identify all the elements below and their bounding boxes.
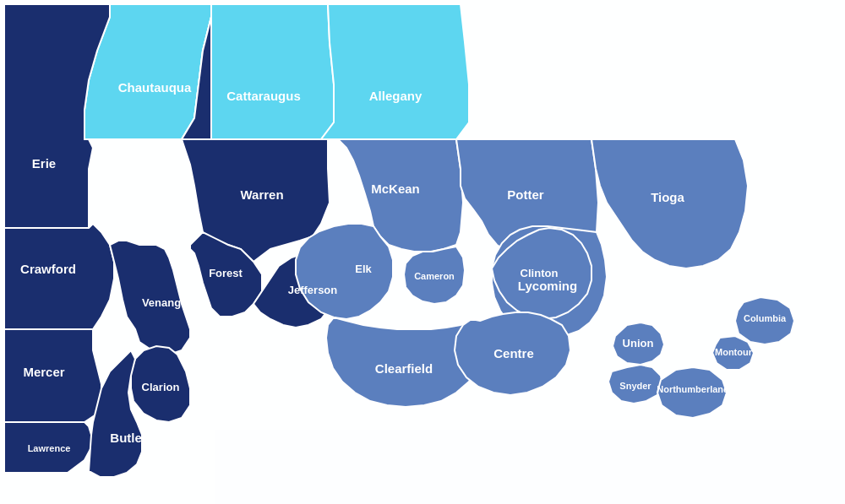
county-crawford[interactable] xyxy=(4,224,114,329)
county-montour[interactable] xyxy=(712,336,754,370)
county-cameron[interactable] xyxy=(404,247,465,304)
county-columbia[interactable] xyxy=(735,297,794,344)
map-container: Chautauqua Cattaraugus Allegany Erie War… xyxy=(0,0,845,504)
county-allegany[interactable] xyxy=(321,4,469,139)
county-mercer[interactable] xyxy=(4,329,101,422)
county-elk[interactable] xyxy=(296,224,393,319)
county-northumberland[interactable] xyxy=(657,367,727,418)
county-lawrence[interactable] xyxy=(4,422,91,473)
